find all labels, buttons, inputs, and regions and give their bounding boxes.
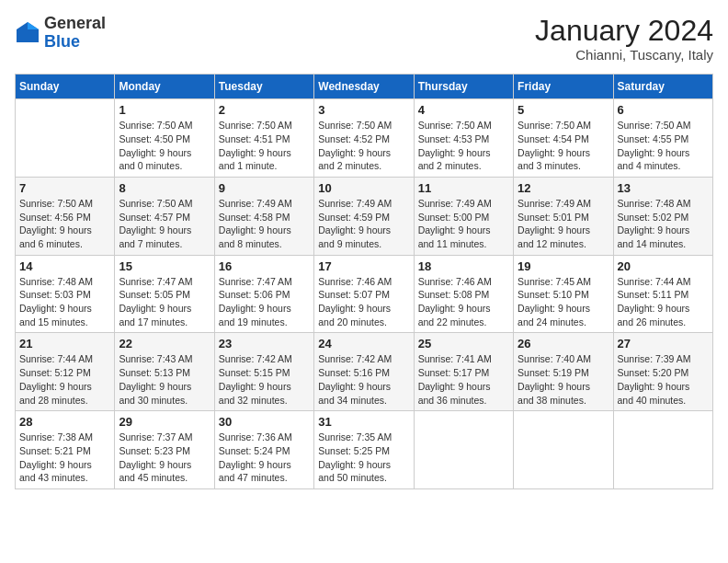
day-number: 30	[219, 415, 310, 429]
day-number: 23	[219, 337, 310, 350]
day-number: 22	[119, 337, 210, 350]
weekday-header-wednesday: Wednesday	[314, 75, 414, 99]
calendar-cell: 19Sunrise: 7:45 AM Sunset: 5:10 PM Dayli…	[514, 255, 613, 333]
day-number: 26	[518, 337, 609, 350]
calendar-cell: 21Sunrise: 7:44 AM Sunset: 5:12 PM Dayli…	[16, 333, 115, 411]
day-info: Sunrise: 7:38 AM Sunset: 5:21 PM Dayligh…	[19, 431, 110, 485]
weekday-header-tuesday: Tuesday	[214, 75, 313, 99]
calendar-cell: 20Sunrise: 7:44 AM Sunset: 5:11 PM Dayli…	[613, 255, 712, 333]
day-number: 6	[618, 103, 709, 117]
title-block: January 2024 Chianni, Tuscany, Italy	[535, 15, 713, 63]
day-number: 13	[618, 181, 709, 195]
day-number: 21	[19, 337, 110, 350]
day-info: Sunrise: 7:35 AM Sunset: 5:25 PM Dayligh…	[318, 431, 409, 485]
calendar-cell: 18Sunrise: 7:46 AM Sunset: 5:08 PM Dayli…	[414, 255, 513, 333]
day-number: 5	[518, 103, 609, 117]
day-info: Sunrise: 7:37 AM Sunset: 5:23 PM Dayligh…	[119, 431, 210, 485]
day-info: Sunrise: 7:50 AM Sunset: 4:57 PM Dayligh…	[119, 197, 210, 251]
day-info: Sunrise: 7:50 AM Sunset: 4:54 PM Dayligh…	[518, 119, 609, 173]
day-number: 20	[618, 259, 709, 273]
day-number: 7	[19, 181, 110, 195]
day-info: Sunrise: 7:50 AM Sunset: 4:51 PM Dayligh…	[219, 119, 310, 173]
day-info: Sunrise: 7:40 AM Sunset: 5:19 PM Dayligh…	[518, 352, 609, 407]
calendar-cell: 17Sunrise: 7:46 AM Sunset: 5:07 PM Dayli…	[314, 255, 414, 333]
day-info: Sunrise: 7:46 AM Sunset: 5:07 PM Dayligh…	[318, 275, 409, 329]
day-info: Sunrise: 7:47 AM Sunset: 5:06 PM Dayligh…	[219, 275, 310, 329]
calendar-table: SundayMondayTuesdayWednesdayThursdayFrid…	[15, 74, 713, 489]
weekday-header-thursday: Thursday	[414, 75, 513, 99]
calendar-week-1: 1Sunrise: 7:50 AM Sunset: 4:50 PM Daylig…	[16, 99, 713, 178]
day-number: 4	[418, 103, 509, 117]
calendar-cell: 30Sunrise: 7:36 AM Sunset: 5:24 PM Dayli…	[214, 411, 313, 489]
day-info: Sunrise: 7:49 AM Sunset: 5:00 PM Dayligh…	[418, 197, 509, 251]
calendar-cell: 4Sunrise: 7:50 AM Sunset: 4:53 PM Daylig…	[414, 99, 513, 178]
day-info: Sunrise: 7:42 AM Sunset: 5:16 PM Dayligh…	[318, 352, 409, 407]
day-info: Sunrise: 7:41 AM Sunset: 5:17 PM Dayligh…	[418, 352, 509, 407]
day-number: 29	[119, 415, 210, 429]
day-info: Sunrise: 7:49 AM Sunset: 4:59 PM Dayligh…	[318, 197, 409, 251]
calendar-body: 1Sunrise: 7:50 AM Sunset: 4:50 PM Daylig…	[16, 99, 713, 489]
day-number: 2	[219, 103, 310, 117]
month-title: January 2024	[535, 15, 713, 47]
day-info: Sunrise: 7:50 AM Sunset: 4:55 PM Dayligh…	[618, 119, 709, 173]
calendar-cell	[16, 99, 115, 178]
day-info: Sunrise: 7:50 AM Sunset: 4:56 PM Dayligh…	[19, 197, 110, 251]
calendar-cell: 12Sunrise: 7:49 AM Sunset: 5:01 PM Dayli…	[514, 177, 613, 255]
page-header: General Blue January 2024 Chianni, Tusca…	[15, 15, 713, 63]
day-number: 3	[318, 103, 409, 117]
day-number: 10	[318, 181, 409, 195]
logo-general-text: General	[44, 14, 106, 32]
calendar-cell: 3Sunrise: 7:50 AM Sunset: 4:52 PM Daylig…	[314, 99, 414, 178]
location-subtitle: Chianni, Tuscany, Italy	[535, 47, 713, 63]
day-info: Sunrise: 7:48 AM Sunset: 5:03 PM Dayligh…	[19, 275, 110, 329]
calendar-cell: 14Sunrise: 7:48 AM Sunset: 5:03 PM Dayli…	[16, 255, 115, 333]
day-info: Sunrise: 7:48 AM Sunset: 5:02 PM Dayligh…	[618, 197, 709, 251]
calendar-cell: 29Sunrise: 7:37 AM Sunset: 5:23 PM Dayli…	[115, 411, 214, 489]
calendar-cell: 8Sunrise: 7:50 AM Sunset: 4:57 PM Daylig…	[115, 177, 214, 255]
day-number: 16	[219, 259, 310, 273]
day-number: 12	[518, 181, 609, 195]
weekday-header-monday: Monday	[115, 75, 214, 99]
day-number: 18	[418, 259, 509, 273]
svg-marker-1	[28, 22, 39, 29]
calendar-week-5: 28Sunrise: 7:38 AM Sunset: 5:21 PM Dayli…	[16, 411, 713, 489]
weekday-row: SundayMondayTuesdayWednesdayThursdayFrid…	[16, 75, 713, 99]
day-number: 9	[219, 181, 310, 195]
day-number: 27	[618, 337, 709, 350]
day-info: Sunrise: 7:44 AM Sunset: 5:11 PM Dayligh…	[618, 275, 709, 329]
calendar-cell	[613, 411, 712, 489]
calendar-cell: 6Sunrise: 7:50 AM Sunset: 4:55 PM Daylig…	[613, 99, 712, 178]
day-info: Sunrise: 7:36 AM Sunset: 5:24 PM Dayligh…	[219, 431, 310, 485]
day-number: 11	[418, 181, 509, 195]
calendar-cell: 24Sunrise: 7:42 AM Sunset: 5:16 PM Dayli…	[314, 333, 414, 411]
calendar-cell: 5Sunrise: 7:50 AM Sunset: 4:54 PM Daylig…	[514, 99, 613, 178]
day-number: 25	[418, 337, 509, 350]
calendar-cell: 10Sunrise: 7:49 AM Sunset: 4:59 PM Dayli…	[314, 177, 414, 255]
calendar-cell: 28Sunrise: 7:38 AM Sunset: 5:21 PM Dayli…	[16, 411, 115, 489]
calendar-cell: 9Sunrise: 7:49 AM Sunset: 4:58 PM Daylig…	[214, 177, 313, 255]
calendar-cell: 2Sunrise: 7:50 AM Sunset: 4:51 PM Daylig…	[214, 99, 313, 178]
day-info: Sunrise: 7:49 AM Sunset: 5:01 PM Dayligh…	[518, 197, 609, 251]
day-info: Sunrise: 7:47 AM Sunset: 5:05 PM Dayligh…	[119, 275, 210, 329]
calendar-cell	[414, 411, 513, 489]
day-number: 8	[119, 181, 210, 195]
logo-blue-text: Blue	[44, 32, 80, 51]
calendar-week-3: 14Sunrise: 7:48 AM Sunset: 5:03 PM Dayli…	[16, 255, 713, 333]
day-info: Sunrise: 7:45 AM Sunset: 5:10 PM Dayligh…	[518, 275, 609, 329]
day-number: 1	[119, 103, 210, 117]
calendar-cell: 23Sunrise: 7:42 AM Sunset: 5:15 PM Dayli…	[214, 333, 313, 411]
calendar-cell: 22Sunrise: 7:43 AM Sunset: 5:13 PM Dayli…	[115, 333, 214, 411]
weekday-header-friday: Friday	[514, 75, 613, 99]
calendar-cell	[514, 411, 613, 489]
day-number: 24	[318, 337, 409, 350]
calendar-cell: 31Sunrise: 7:35 AM Sunset: 5:25 PM Dayli…	[314, 411, 414, 489]
calendar-cell: 26Sunrise: 7:40 AM Sunset: 5:19 PM Dayli…	[514, 333, 613, 411]
calendar-cell: 27Sunrise: 7:39 AM Sunset: 5:20 PM Dayli…	[613, 333, 712, 411]
calendar-cell: 16Sunrise: 7:47 AM Sunset: 5:06 PM Dayli…	[214, 255, 313, 333]
day-info: Sunrise: 7:50 AM Sunset: 4:53 PM Dayligh…	[418, 119, 509, 173]
day-info: Sunrise: 7:50 AM Sunset: 4:50 PM Dayligh…	[119, 119, 210, 173]
calendar-week-2: 7Sunrise: 7:50 AM Sunset: 4:56 PM Daylig…	[16, 177, 713, 255]
day-number: 14	[19, 259, 110, 273]
logo-icon	[15, 20, 40, 46]
day-number: 17	[318, 259, 409, 273]
